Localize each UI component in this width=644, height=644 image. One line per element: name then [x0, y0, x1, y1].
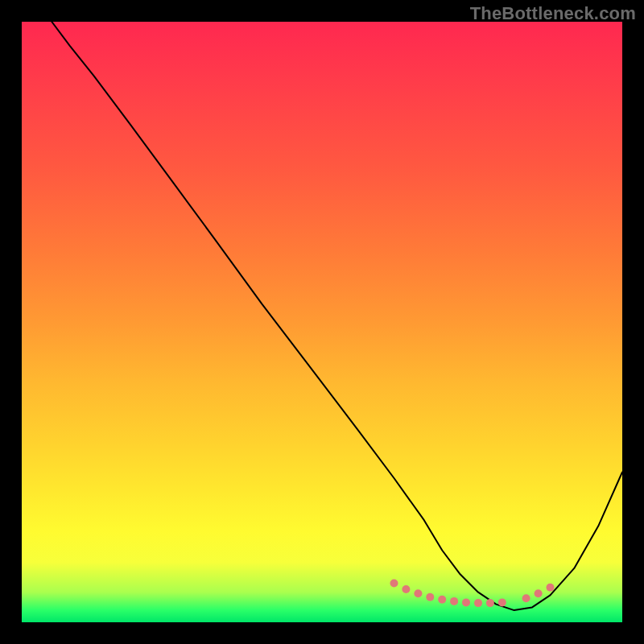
watermark-text: TheBottleneck.com [470, 3, 636, 24]
chart-frame: TheBottleneck.com [0, 0, 644, 644]
plot-area [22, 22, 622, 622]
